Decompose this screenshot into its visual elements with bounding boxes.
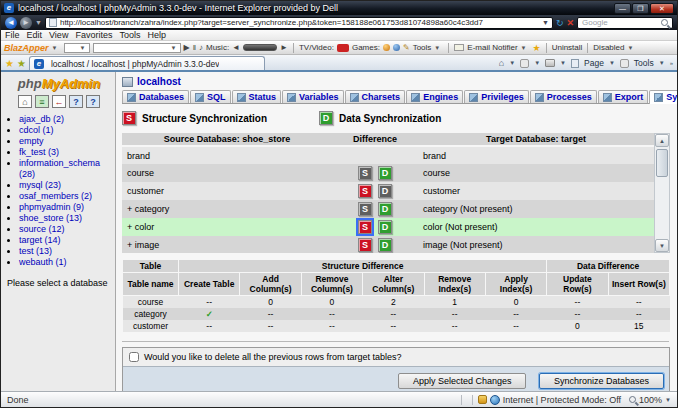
zoom-control[interactable]: 100% ▼ [629,395,671,405]
home-icon[interactable]: ⌂ [18,95,32,108]
favorites-icon[interactable]: ★ [5,57,14,70]
db-link[interactable]: fk_test (3) [19,147,59,157]
add-favorite-icon[interactable]: ★ [17,57,26,70]
tab-status[interactable]: Status [232,90,282,103]
previous-track-icon[interactable]: ◄ [232,43,240,52]
menu-help[interactable]: Help [147,30,173,40]
scroll-down-icon[interactable]: ▼ [655,239,669,252]
db-link[interactable]: cdcol (1) [19,125,54,135]
tab-processes[interactable]: Processes [530,90,597,103]
tab-databases[interactable]: Databases [122,90,189,103]
menu-view[interactable]: View [49,30,75,40]
scroll-up-icon[interactable]: ▲ [655,134,669,147]
toolbar-brand-logo[interactable]: BlazApper [4,43,49,53]
disabled-label[interactable]: Disabled [593,43,624,52]
home-icon[interactable]: ⌂ [499,58,504,68]
menu-file[interactable]: File [5,30,27,40]
security-report-icon[interactable] [478,395,487,404]
search-icon[interactable] [661,19,668,26]
back-button[interactable]: ◄ [5,17,17,29]
db-link[interactable]: target (14) [19,235,61,245]
structure-sync-button[interactable]: S [358,166,372,180]
forward-button[interactable]: ► [20,17,32,29]
tab-synchronize[interactable]: Synchronize [649,90,677,104]
apply-selected-changes-button[interactable]: Apply Selected Changes [398,373,527,389]
structure-sync-button[interactable]: S [358,184,372,198]
stop-icon[interactable]: ✕ [566,18,574,28]
structure-sync-button[interactable]: S [358,202,372,216]
video-icon[interactable] [337,44,349,52]
scrollbar-thumb[interactable] [656,149,668,177]
tools-menu-label[interactable]: Tools [634,58,654,68]
email-notifier-label[interactable]: E-mail Notifier [467,43,517,52]
phpmyadmin-docs-icon[interactable]: ? [69,95,83,108]
browser-tab[interactable]: e localhost / localhost | phpMyAdmin 3.3… [29,56,265,70]
search-box[interactable]: Google [577,17,673,29]
query-window-icon[interactable]: ≡ [35,95,49,108]
zoom-level[interactable]: 100% [639,395,662,405]
data-sync-button[interactable]: D [378,238,392,252]
game-icon[interactable] [383,44,390,51]
email-dropdown-icon[interactable]: ▼ [521,45,530,51]
volume-slider[interactable] [243,44,277,51]
zoom-dropdown-icon[interactable]: ▼ [665,397,671,403]
address-dropdown-icon[interactable]: ▼ [542,19,549,26]
url-text[interactable]: http://localhost/branch/zahra/index.php?… [60,18,483,27]
close-button[interactable]: ✕ [650,3,674,14]
logout-icon[interactable]: ← [52,95,66,108]
tab-export[interactable]: Export [598,90,649,103]
db-link[interactable]: osaf_members (2) [19,191,92,201]
db-link[interactable]: mysql (23) [19,180,61,190]
tab-engines[interactable]: Engines [406,90,463,103]
db-link[interactable]: webauth (1) [19,257,67,267]
pause-icon[interactable]: ‖ [193,43,196,52]
play-icon[interactable]: ▶ [184,43,190,52]
tab-variables[interactable]: Variables [282,90,344,103]
search-placeholder[interactable]: Google [582,18,661,27]
toolbar-search-input[interactable]: ▼ [93,43,181,53]
feeds-icon[interactable] [520,59,529,68]
maximize-button[interactable]: ❐ [632,3,649,14]
data-sync-button[interactable]: D [378,166,392,180]
menu-edit[interactable]: Edit [27,30,50,40]
data-sync-button[interactable]: D [378,202,392,216]
data-sync-button[interactable]: D [378,184,392,198]
chevron-more-icon[interactable]: » [670,60,673,66]
compare-scrollbar[interactable]: ▲ ▼ [654,133,670,253]
page-menu-label[interactable]: Page [584,58,604,68]
refresh-icon[interactable]: ↻ [556,18,564,28]
game-dropdown-icon[interactable] [393,44,400,51]
phpmyadmin-logo[interactable]: phpMyAdmin [7,76,111,91]
address-bar[interactable]: http://localhost/branch/zahra/index.php?… [45,17,553,29]
breadcrumb-server-link[interactable]: localhost [137,76,181,87]
uninstall-label[interactable]: Uninstall [552,43,583,52]
db-link[interactable]: ajax_db (2) [19,114,64,124]
db-link[interactable]: shoe_store (13) [19,213,82,223]
db-link[interactable]: empty [19,136,44,146]
tab-sql[interactable]: SQL [190,90,231,103]
tab-charsets[interactable]: Charsets [345,90,406,103]
recent-pages-dropdown[interactable]: ▼ [35,19,42,26]
structure-sync-button[interactable]: S [358,220,372,234]
next-track-icon[interactable]: ► [280,43,288,52]
menu-tools[interactable]: Tools [119,30,147,40]
brand-dropdown-icon[interactable]: ▼ [52,45,61,51]
db-link[interactable]: test (13) [19,246,52,256]
db-link[interactable]: source (12) [19,224,65,234]
tools-dropdown-icon[interactable]: ▼ [434,45,443,51]
mysql-docs-icon[interactable]: ? [86,95,100,108]
print-icon[interactable] [545,59,555,67]
data-sync-button[interactable]: D [378,220,392,234]
structure-sync-button[interactable]: S [358,238,372,252]
db-link[interactable]: phpmyadmin (9) [19,202,84,212]
disabled-dropdown-icon[interactable]: ▼ [627,45,636,51]
delete-rows-checkbox[interactable] [129,352,139,362]
minimize-button[interactable]: — [614,3,631,14]
db-link[interactable]: information_schema (28) [19,158,100,179]
tab-privileges[interactable]: Privileges [464,90,529,103]
toolbar-tools-label[interactable]: Tools [413,43,432,52]
toolbar-search-mode[interactable]: ▼ [64,43,90,53]
menu-favorites[interactable]: Favorites [75,30,119,40]
star-icon[interactable]: ★ [533,43,541,53]
synchronize-databases-button[interactable]: Synchronize Databases [539,373,664,389]
